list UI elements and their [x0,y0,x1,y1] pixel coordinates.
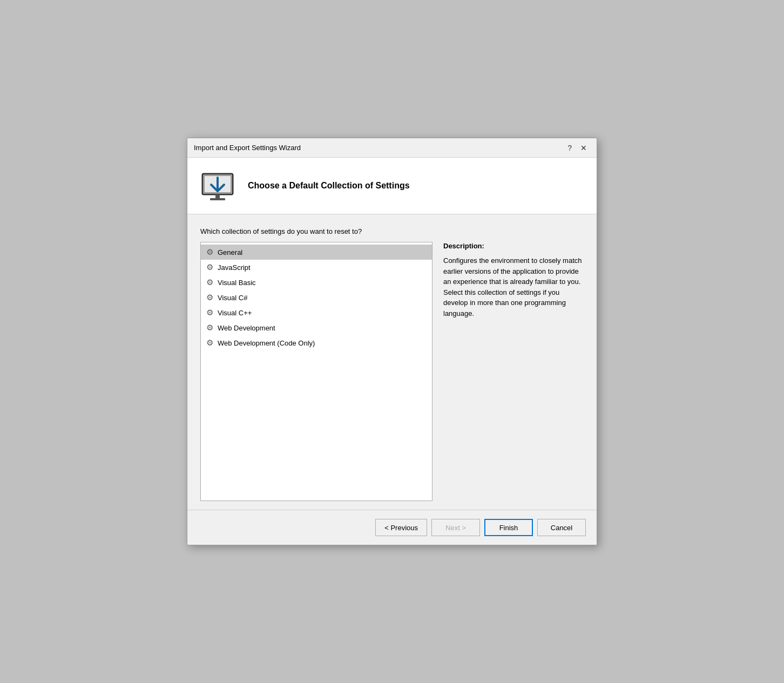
settings-list[interactable]: ⚙ General ⚙ JavaScript ⚙ Visual Basic ⚙ … [200,242,432,501]
list-item-visual-csharp[interactable]: ⚙ Visual C# [201,290,432,305]
svg-rect-3 [210,198,225,200]
wizard-dialog: Import and Export Settings Wizard ? ✕ Ch… [187,138,597,545]
list-item-visual-basic-label: Visual Basic [218,279,256,287]
list-item-visual-cpp[interactable]: ⚙ Visual C++ [201,305,432,320]
description-panel: Description: Configures the environment … [443,242,584,501]
list-item-web-dev[interactable]: ⚙ Web Development [201,320,432,335]
previous-button[interactable]: < Previous [375,519,427,536]
list-item-javascript[interactable]: ⚙ JavaScript [201,260,432,275]
gear-icon-web-dev: ⚙ [206,323,213,333]
wizard-icon [200,168,235,203]
content-body: ⚙ General ⚙ JavaScript ⚙ Visual Basic ⚙ … [200,242,584,501]
cancel-button[interactable]: Cancel [537,519,586,536]
footer-section: < Previous Next > Finish Cancel [187,510,597,545]
list-item-visual-cpp-label: Visual C++ [218,309,252,317]
gear-icon-visual-cpp: ⚙ [206,308,213,317]
help-button[interactable]: ? [564,143,575,153]
header-section: Choose a Default Collection of Settings [187,158,597,214]
finish-button[interactable]: Finish [484,519,533,536]
description-text: Configures the environment to closely ma… [443,255,584,319]
list-item-web-dev-label: Web Development [218,324,275,332]
title-bar: Import and Export Settings Wizard ? ✕ [187,138,597,158]
list-item-general[interactable]: ⚙ General [201,245,432,260]
close-button[interactable]: ✕ [577,143,590,153]
content-section: Which collection of settings do you want… [187,214,597,510]
list-item-general-label: General [218,248,242,256]
list-item-web-dev-code-only-label: Web Development (Code Only) [218,339,315,347]
gear-icon-visual-csharp: ⚙ [206,293,213,302]
gear-icon-web-dev-code-only: ⚙ [206,338,213,348]
list-item-javascript-label: JavaScript [218,263,251,272]
question-label: Which collection of settings do you want… [200,227,584,235]
description-label: Description: [443,242,584,250]
list-item-visual-csharp-label: Visual C# [218,294,247,302]
gear-icon-general: ⚙ [206,247,213,257]
list-item-web-dev-code-only[interactable]: ⚙ Web Development (Code Only) [201,335,432,350]
svg-rect-2 [215,194,220,199]
title-bar-controls: ? ✕ [564,143,590,153]
next-button[interactable]: Next > [431,519,480,536]
dialog-title: Import and Export Settings Wizard [194,144,301,152]
gear-icon-visual-basic: ⚙ [206,278,213,287]
gear-icon-javascript: ⚙ [206,262,213,272]
header-title: Choose a Default Collection of Settings [248,181,410,191]
list-item-visual-basic[interactable]: ⚙ Visual Basic [201,275,432,290]
